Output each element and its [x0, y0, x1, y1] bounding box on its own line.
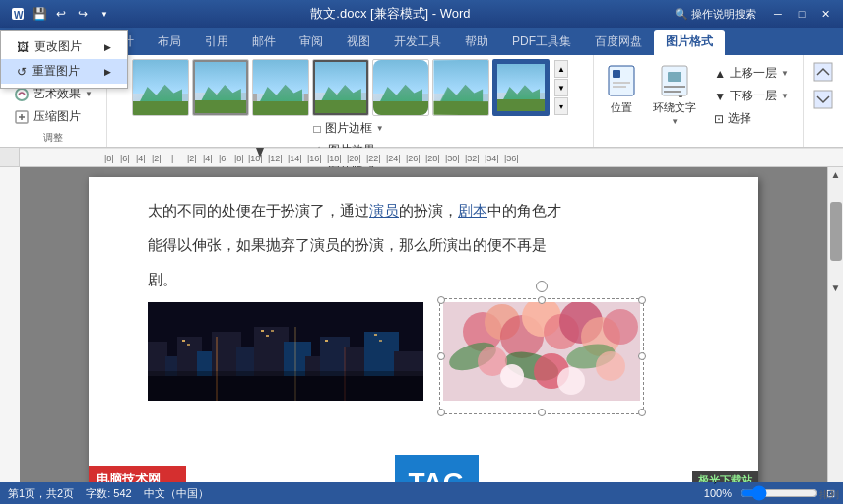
- style-thumb-3[interactable]: [252, 59, 309, 116]
- svg-text:|26|: |26|: [406, 154, 421, 163]
- link-actor[interactable]: 演员: [369, 202, 399, 219]
- ruler-horizontal: |8| |6| |4| |2| | |2| |4| |6| |8| |10| |…: [20, 148, 843, 166]
- adjust-group: 颜色 ▼ 艺术效果 ▼ 压缩图片 调整 🖼 更改图片: [0, 55, 107, 147]
- select-icon: ⊡: [714, 112, 724, 126]
- tab-developer[interactable]: 开发工具: [382, 30, 453, 55]
- changepic-icon: 🖼: [17, 40, 29, 54]
- ruler-v-svg: [0, 167, 20, 482]
- rotation-handle[interactable]: [536, 281, 548, 292]
- compress-button[interactable]: 压缩图片: [8, 106, 87, 127]
- undo-button[interactable]: ↩: [51, 4, 71, 24]
- tab-view[interactable]: 视图: [335, 30, 382, 55]
- watermark-left: 电脑技术网 www.tagxp.com: [89, 466, 186, 482]
- scroll-thumb[interactable]: [830, 202, 842, 261]
- svg-rect-15: [814, 63, 832, 81]
- tab-layout[interactable]: 布局: [146, 30, 193, 55]
- help-search[interactable]: 🔍 操作说明搜索: [667, 4, 764, 24]
- compress-icon: [14, 109, 30, 125]
- scroll-up-action[interactable]: [808, 59, 839, 85]
- position-group: 位置 ▼ 环绕文字 ▼ ▲ 上移一层 ▼ ▼: [594, 55, 803, 147]
- svg-text:|12|: |12|: [268, 154, 283, 163]
- redo-button[interactable]: ↪: [73, 4, 93, 24]
- handle-ml[interactable]: [437, 352, 445, 360]
- svg-text:|36|: |36|: [504, 154, 519, 163]
- style-thumb-2[interactable]: [192, 59, 249, 116]
- handle-bl[interactable]: [437, 409, 445, 416]
- svg-text:|18|: |18|: [327, 154, 342, 163]
- scroll-down-action[interactable]: [808, 87, 839, 112]
- svg-text:|8|: |8|: [234, 154, 244, 163]
- dropdown-item-resetpic[interactable]: ↺ 重置图片 ▶: [1, 59, 127, 84]
- link-script[interactable]: 剧本: [458, 202, 487, 219]
- scroll-up-button[interactable]: ▲: [829, 167, 843, 182]
- minimize-button[interactable]: ─: [768, 4, 788, 24]
- svg-rect-16: [814, 91, 832, 108]
- save-button[interactable]: 💾: [30, 4, 49, 24]
- svg-text:|4|: |4|: [136, 154, 146, 163]
- vertical-scrollbar[interactable]: ▲ ▼: [827, 167, 843, 482]
- styles-scroll-down[interactable]: ▼: [554, 79, 568, 96]
- doc-image-1[interactable]: [148, 302, 423, 401]
- doc-images: [148, 302, 699, 410]
- tab-review[interactable]: 审阅: [288, 30, 335, 55]
- doc-image-2-wrapper[interactable]: [443, 302, 640, 410]
- handle-mr[interactable]: [638, 352, 646, 360]
- close-button[interactable]: ✕: [815, 4, 835, 24]
- svg-text:|16|: |16|: [307, 154, 322, 163]
- svg-text:|32|: |32|: [465, 154, 480, 163]
- tab-pictureformat[interactable]: 图片格式: [654, 30, 725, 55]
- bring-forward-button[interactable]: ▲ 上移一层 ▼: [710, 63, 793, 84]
- style-thumb-1[interactable]: [132, 59, 189, 116]
- scroll-down-button[interactable]: ▼: [829, 281, 843, 295]
- styles-expand[interactable]: ▾: [554, 97, 568, 115]
- tab-baiduyun[interactable]: 百度网盘: [583, 30, 654, 55]
- style-thumb-7[interactable]: [492, 59, 550, 116]
- position-button[interactable]: 位置: [600, 59, 643, 119]
- svg-text:|2|: |2|: [152, 154, 162, 163]
- svg-text:|20|: |20|: [347, 154, 361, 163]
- zoom-slider[interactable]: [740, 485, 818, 501]
- dropdown-item-changepic[interactable]: 🖼 更改图片 ▶: [1, 34, 127, 59]
- border-button[interactable]: □ 图片边框 ▼: [310, 118, 391, 139]
- ribbon-bar: 颜色 ▼ 艺术效果 ▼ 压缩图片 调整 🖼 更改图片: [0, 55, 843, 148]
- watermark-aurora: 极光下载站: [692, 471, 758, 482]
- styles-content: ▲ ▼ ▾: [132, 59, 568, 116]
- tab-help[interactable]: 帮助: [453, 30, 500, 55]
- style-thumb-4[interactable]: [312, 59, 369, 116]
- tab-mailings[interactable]: 邮件: [240, 30, 288, 55]
- handle-br[interactable]: [638, 409, 646, 416]
- svg-text:|34|: |34|: [485, 154, 499, 163]
- svg-rect-13: [664, 91, 681, 93]
- wrap-button[interactable]: ▼ 环绕文字 ▼: [647, 59, 702, 130]
- tab-references[interactable]: 引用: [193, 30, 240, 55]
- customize-qa-button[interactable]: ▼: [95, 4, 114, 24]
- word-count: 字数: 542: [86, 486, 131, 501]
- handle-bm[interactable]: [538, 409, 546, 416]
- send-backward-button[interactable]: ▼ 下移一层 ▼: [710, 86, 793, 106]
- select-pane-button[interactable]: ⊡ 选择: [710, 108, 793, 129]
- forward-icon: ▲: [714, 67, 726, 81]
- style-thumb-6[interactable]: [432, 59, 489, 116]
- title-bar-right: 🔍 操作说明搜索 ─ □ ✕: [667, 4, 835, 24]
- svg-point-78: [603, 309, 638, 345]
- handle-tr[interactable]: [638, 296, 646, 304]
- status-right: 100% ⊡: [704, 485, 835, 501]
- handle-tm[interactable]: [538, 296, 546, 304]
- svg-text:|30|: |30|: [445, 154, 460, 163]
- svg-rect-64: [261, 330, 264, 332]
- text-line-2: 能得以伸张，如果抛弃了演员的扮演，那么所演出的便不再是: [148, 231, 699, 258]
- tab-pdftool[interactable]: PDF工具集: [500, 30, 583, 55]
- svg-rect-51: [254, 327, 289, 401]
- svg-point-84: [596, 351, 625, 381]
- handle-tl[interactable]: [437, 296, 445, 304]
- window-title: 散文.docx [兼容模式] - Word: [114, 5, 667, 23]
- restore-button[interactable]: □: [792, 4, 811, 24]
- svg-text:|4|: |4|: [203, 154, 213, 163]
- style-thumb-5[interactable]: [372, 59, 429, 116]
- styles-scroll-up[interactable]: ▲: [554, 60, 568, 78]
- styles-group: ▲ ▼ ▾ □ 图片边框 ▼ ✦ 图片效果 ▼ ⊞ 图片版式 ▼: [107, 55, 594, 147]
- border-icon: □: [314, 122, 321, 136]
- arrange-label: 排列: [819, 488, 839, 502]
- city-scene-svg: [148, 302, 423, 401]
- ruler-vertical: [0, 167, 20, 482]
